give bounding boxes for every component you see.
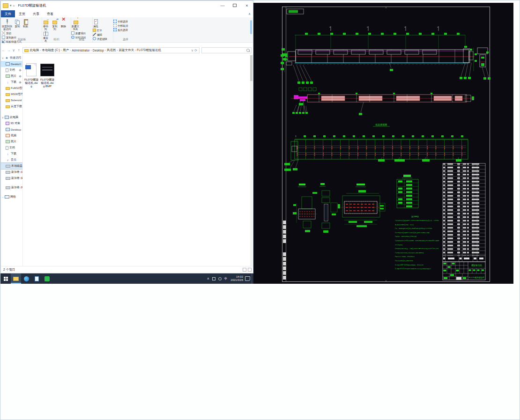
back-icon[interactable]: ← [1, 48, 6, 52]
details-view-icon[interactable] [243, 268, 246, 272]
recent-locations-icon[interactable]: ∨ [11, 48, 16, 52]
invert-selection-button[interactable]: 反向选择 [113, 28, 137, 32]
crumb-this-pc[interactable]: 此电脑 [30, 48, 40, 52]
select-all-button[interactable]: 全部选择 [113, 20, 137, 24]
file-list-scrollbar[interactable] [250, 55, 253, 266]
copy-to-button[interactable]: 复制到 [51, 19, 58, 30]
tab-share[interactable]: 共享 [29, 10, 43, 17]
start-button[interactable] [0, 273, 11, 284]
address-dropdown-icon[interactable]: ∨ [191, 49, 193, 52]
sidebar-item-volume-d[interactable]: 新加卷 (D:) [1, 169, 22, 175]
sidebar-item-volume-f[interactable]: 新加卷 (F:) [1, 184, 22, 191]
taskbar-clock[interactable]: 14:02 2021/3/26 [230, 275, 243, 282]
new-folder-button[interactable]: 新建文件夹 [71, 19, 80, 30]
svg-text:11.本图与FL07D系列通用件配套使用,未尽事宜按有关标准: 11.本图与FL07D系列通用件配套使用,未尽事宜按有关标准执行。 [395, 268, 432, 270]
sidebar-item-downloads-qa[interactable]: ↓ 下载 [1, 79, 22, 85]
tray-chevron-icon[interactable]: ∧ [207, 277, 209, 280]
sidebar-item-pictures[interactable]: 图片 [1, 139, 22, 145]
chevron-down-icon[interactable]: ∨ [1, 116, 5, 119]
cad-view-side-elevation [281, 26, 490, 91]
search-input[interactable] [201, 47, 252, 53]
explorer-folder-icon [13, 277, 19, 281]
quick-access-icon: ★ [5, 56, 9, 60]
sidebar-item-folder-ms30[interactable]: MS30型埋刮板输送机 [1, 91, 22, 97]
paste-button[interactable]: 粘贴 [22, 19, 29, 28]
sidebar-item-folder-baidu[interactable]: 百度下载 [1, 103, 22, 110]
chevron-right-icon[interactable]: › [1, 196, 5, 199]
file-tile-dwg[interactable]: FL07D螺旋输送机.dwg [24, 62, 39, 88]
breadcrumb[interactable]: 此电脑› 本地磁盘 (C:)› 用户› Administrator› Deskt… [22, 47, 200, 53]
desktop-icon [6, 128, 10, 131]
svg-text:10.设备按GB/T 50231有关规定验收、安装和使用。: 10.设备按GB/T 50231有关规定验收、安装和使用。 [395, 264, 425, 266]
sidebar-item-music[interactable]: ♪ 音乐 [1, 157, 22, 163]
crumb-folder2[interactable]: 新建文件夹 [118, 48, 134, 52]
maximize-button[interactable] [229, 1, 241, 10]
chevron-down-icon[interactable]: ∨ [1, 56, 5, 59]
sidebar-item-desktop-qa[interactable]: Desktop [1, 61, 22, 67]
new-item-button[interactable]: 新建项目 [71, 31, 83, 36]
sidebar-section-this-pc[interactable]: ∨ 此电脑 [1, 114, 22, 120]
select-none-button[interactable]: 全部取消 [113, 24, 137, 28]
taskbar-document-app[interactable] [31, 273, 42, 284]
tray-ime-icon[interactable]: 中 [224, 277, 228, 281]
taskbar-green-app[interactable] [42, 273, 52, 284]
thumbnail-view-icon[interactable] [248, 268, 252, 272]
file-list[interactable]: FL07D螺旋输送机.dwg FL07D螺旋输送机.dwg.BMP [23, 55, 250, 266]
pin-icon [5, 19, 10, 24]
move-to-button[interactable]: 移动到 [42, 19, 49, 30]
pin-to-quick-access-button[interactable]: 固定到快速访问 [2, 19, 12, 30]
sidebar-item-documents[interactable]: 文档 [1, 145, 22, 151]
sidebar-item-pictures-qa[interactable]: 图片 [1, 73, 22, 79]
sidebar-item-local-disk-c[interactable]: 本地磁盘 (C:) [1, 163, 22, 169]
tab-view[interactable]: 查看 [43, 10, 57, 17]
open-button[interactable]: 打开 [93, 29, 106, 33]
copy-button[interactable]: 复制 [14, 19, 20, 28]
close-button[interactable]: × [241, 1, 253, 10]
taskbar-browser-app[interactable] [21, 273, 31, 284]
sidebar-item-downloads[interactable]: ↓ 下载 [1, 151, 22, 157]
tab-file[interactable]: 文件 [1, 10, 15, 17]
cad-technical-notes: 技术要求 1.设备安装前应检查各部件,机壳内不得有杂物,螺旋体转动应灵活、无卡滞… [395, 215, 440, 270]
rename-icon [43, 31, 48, 36]
file-tile-bmp[interactable]: FL07D螺旋输送机.dwg.BMP [40, 62, 55, 88]
ribbon-scrollbar[interactable] [250, 20, 252, 34]
move-to-icon [43, 19, 48, 24]
tray-app-icon[interactable] [212, 277, 215, 280]
drive-icon [6, 177, 10, 180]
scrollbar-thumb[interactable] [250, 55, 253, 81]
taskbar-file-explorer[interactable] [11, 273, 21, 284]
crumb-current[interactable]: FL07D螺旋输送机 [136, 48, 162, 52]
browser-icon [24, 276, 29, 281]
sidebar-item-videos[interactable]: 视频 [1, 133, 22, 139]
sidebar-item-desktop[interactable]: Desktop [1, 126, 22, 133]
up-icon[interactable]: ↑ [16, 48, 22, 52]
sidebar-item-folder-solenoid[interactable]: Solenoid Valve阀 [1, 97, 22, 103]
minimize-button[interactable]: — [216, 1, 229, 10]
tab-home[interactable]: 主页 [15, 10, 29, 17]
properties-button[interactable]: 属性 [93, 19, 99, 28]
cad-notes-title: 技术要求 [411, 215, 419, 218]
edit-button[interactable]: 编辑 [93, 33, 106, 37]
delete-button[interactable]: 删除 [60, 19, 67, 28]
quick-access-toolbar-icon[interactable]: ▾ [10, 4, 12, 7]
crumb-desktop[interactable]: Desktop [92, 49, 104, 52]
refresh-icon[interactable]: ⟳ [194, 49, 197, 52]
sidebar-item-3d-objects[interactable]: 3D 对象 [1, 120, 22, 126]
sidebar-item-folder-fum10[interactable]: FuM10型链式输送机 [1, 85, 22, 91]
ribbon-expand-icon[interactable]: ∧ [248, 10, 253, 17]
sidebar-item-documents-qa[interactable]: 文档 [1, 67, 22, 73]
sidebar-section-network[interactable]: › 网络 [1, 194, 22, 200]
titlebar-customize-icon[interactable]: = [13, 4, 15, 7]
crumb-users[interactable]: 用户 [62, 48, 69, 52]
address-bar: ← → ∨ ↑ 此电脑› 本地磁盘 (C:)› 用户› Administrato… [1, 46, 253, 55]
tray-volume-icon[interactable] [218, 277, 222, 280]
forward-icon[interactable]: → [6, 48, 11, 52]
crumb-drive-c[interactable]: 本地磁盘 (C:) [41, 48, 60, 52]
sidebar-item-volume-e[interactable]: 新加卷 (E:) [1, 175, 22, 181]
sidebar-section-quick-access[interactable]: ∨ ★ 快速访问 [1, 55, 22, 61]
cut-button[interactable]: 剪切 [2, 31, 19, 36]
crumb-folder1[interactable]: 风道图 [106, 48, 117, 52]
copy-to-icon [52, 19, 57, 24]
crumb-administrator[interactable]: Administrator [71, 49, 90, 52]
action-center-icon[interactable] [245, 276, 250, 281]
